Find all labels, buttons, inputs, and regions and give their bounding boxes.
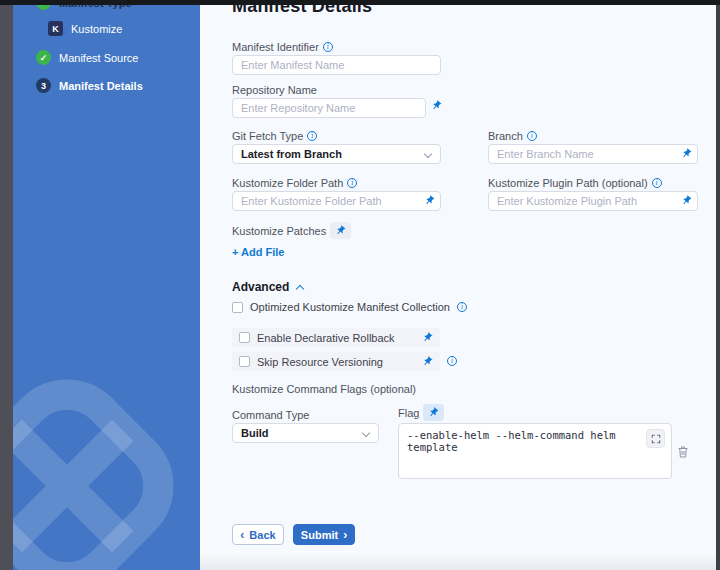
kustomize-folder-path-input[interactable] xyxy=(232,191,441,211)
chevron-right-icon: › xyxy=(343,529,347,541)
command-type-select[interactable]: Build xyxy=(232,423,379,443)
command-type-label: Command Type xyxy=(232,409,309,421)
wizard-sidebar: ✓ Manifest Type K Kustomize ✓ Manifest S… xyxy=(13,0,200,570)
add-file-button[interactable]: + Add File xyxy=(232,246,284,258)
expand-editor-button[interactable] xyxy=(646,429,665,448)
chevron-down-icon xyxy=(424,150,432,158)
step-number-badge: 3 xyxy=(36,78,51,93)
page-top-edge xyxy=(0,0,720,5)
sidebar-item-label: Manifest Details xyxy=(59,80,143,92)
info-icon[interactable]: i xyxy=(457,302,467,312)
kustomize-plugin-path-field xyxy=(488,191,698,211)
branch-field xyxy=(488,144,698,164)
chevron-down-icon xyxy=(362,429,370,437)
declarative-rollback-checkbox[interactable] xyxy=(239,332,250,343)
pin-icon xyxy=(333,223,348,238)
kustomize-patches-label: Kustomize Patches i xyxy=(232,225,340,237)
manifest-details-drawer: ✓ Manifest Type K Kustomize ✓ Manifest S… xyxy=(0,0,720,570)
repository-name-input[interactable] xyxy=(232,98,426,118)
flag-runtime-input-button[interactable] xyxy=(423,404,444,421)
kustomize-folder-path-label: Kustomize Folder Path i xyxy=(232,177,357,189)
command-flags-section-label: Kustomize Command Flags (optional) xyxy=(232,383,416,395)
flag-textarea[interactable]: --enable-helm --helm-command helm templa… xyxy=(398,423,672,479)
info-icon[interactable]: i xyxy=(347,178,357,188)
branch-input[interactable] xyxy=(488,144,698,164)
branch-label: Branch i xyxy=(488,130,537,142)
harness-logo-watermark xyxy=(13,370,183,570)
chevron-left-icon: ‹ xyxy=(240,529,244,541)
advanced-section-toggle[interactable]: Advanced xyxy=(232,280,303,294)
optimized-collection-checkbox[interactable] xyxy=(232,302,243,313)
kustomize-plugin-path-label: Kustomize Plugin Path (optional) i xyxy=(488,177,662,189)
back-button[interactable]: ‹ Back xyxy=(232,524,284,545)
page-right-edge xyxy=(716,0,720,570)
info-icon[interactable]: i xyxy=(652,178,662,188)
sidebar-item-manifest-details[interactable]: 3 Manifest Details xyxy=(36,78,143,93)
git-fetch-type-label: Git Fetch Type i xyxy=(232,130,317,142)
kustomize-icon: K xyxy=(48,21,63,36)
pin-icon[interactable] xyxy=(420,330,435,345)
delete-flag-button[interactable] xyxy=(677,445,689,459)
chevron-up-icon xyxy=(296,284,304,292)
info-icon[interactable]: i xyxy=(323,42,333,52)
sidebar-item-kustomize[interactable]: K Kustomize xyxy=(48,21,122,36)
check-icon: ✓ xyxy=(36,50,51,65)
drawer-footer-band xyxy=(200,551,716,570)
git-fetch-type-select[interactable]: Latest from Branch xyxy=(232,144,441,164)
trash-icon xyxy=(677,445,689,459)
patches-runtime-input-button[interactable] xyxy=(330,222,351,239)
info-icon[interactable]: i xyxy=(527,131,537,141)
flag-label: Flag xyxy=(398,407,419,419)
repository-name-label: Repository Name xyxy=(232,84,317,96)
manifest-identifier-label: Manifest Identifier i xyxy=(232,41,333,53)
sidebar-item-label: Manifest Source xyxy=(59,52,138,64)
kustomize-plugin-path-input[interactable] xyxy=(488,191,698,211)
pin-icon[interactable] xyxy=(429,98,444,113)
info-icon[interactable]: i xyxy=(447,356,457,366)
sidebar-item-manifest-source[interactable]: ✓ Manifest Source xyxy=(36,50,138,65)
page-left-edge xyxy=(0,0,13,570)
pin-icon xyxy=(426,405,441,420)
optimized-collection-row: Optimized Kustomize Manifest Collection … xyxy=(232,301,467,313)
pin-icon[interactable] xyxy=(420,354,435,369)
sidebar-item-label: Kustomize xyxy=(71,23,122,35)
skip-resource-versioning-row: Skip Resource Versioning xyxy=(232,352,440,371)
kustomize-folder-path-field xyxy=(232,191,441,211)
info-icon[interactable]: i xyxy=(307,131,317,141)
declarative-rollback-row: Enable Declarative Rollback xyxy=(232,328,440,347)
submit-button[interactable]: Submit › xyxy=(293,524,355,545)
expand-icon xyxy=(651,434,661,444)
manifest-identifier-input[interactable] xyxy=(232,55,441,75)
skip-resource-versioning-checkbox[interactable] xyxy=(239,356,250,367)
